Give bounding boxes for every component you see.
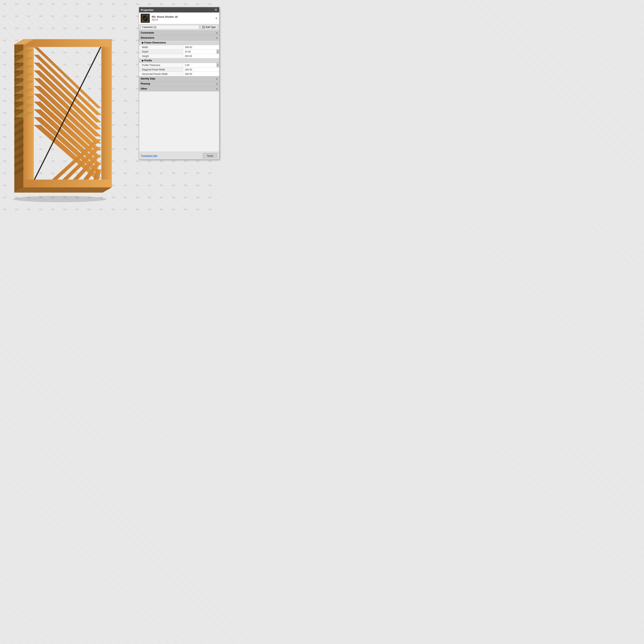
svg-point-0 [13,196,107,202]
horizontal-panels-width-label: Horizontal Panels Width [139,72,183,76]
properties-help-link[interactable]: Properties help [141,154,157,157]
svg-marker-7 [23,180,112,187]
profile-header[interactable]: ▶ Profile [139,58,219,63]
svg-marker-12 [34,47,38,48]
profile-thickness-row: Profile Thickness 2.50 ▲▼ [139,63,219,67]
depth-scroll[interactable]: ▲▼ [216,50,219,54]
svg-rect-61 [202,26,205,28]
properties-panel: Properties ✕ RD_Room Divider 18 Wood ▼ C… [139,7,219,160]
profile-thickness-scroll[interactable]: ▲▼ [216,63,219,67]
object-material: Wood [152,18,178,21]
depth-row: Depth 10.00 ▲▼ [139,50,219,54]
object-name: RD_Room Divider 18 [152,15,178,18]
identity-data-label: Identity Data [141,77,155,80]
empty-space [139,91,219,152]
height-value[interactable]: 260.00 [183,54,219,58]
depth-value[interactable]: 10.00 ▲▼ [183,50,219,54]
diagonal-panel-width-value[interactable]: 180.00 [183,67,219,72]
other-label: Other [141,87,147,90]
object-dropdown-arrow[interactable]: ▼ [215,17,218,20]
object-info-row: RD_Room Divider 18 Wood ▼ [139,12,219,24]
category-row: Casework (1) Edit Type [139,24,219,30]
object-details: RD_Room Divider 18 Wood [152,15,178,21]
room-divider-3d [0,0,125,221]
phasing-section-header[interactable]: Phasing « [139,81,219,86]
frame-dimensions-header[interactable]: ▶ Frame Dimensions [139,40,219,45]
svg-rect-57 [142,15,143,22]
svg-rect-62 [203,26,203,27]
viewport [0,0,125,221]
horizontal-panels-width-row: Horizontal Panels Width 180.00 [139,72,219,76]
dimensions-collapse-icon: » [216,36,218,39]
identity-data-section-header[interactable]: Identity Data « [139,76,219,81]
width-value[interactable]: 190.00 [183,45,219,49]
properties-content[interactable]: Constraints « Dimensions » ▶ Frame Dimen… [139,30,219,152]
constraints-section-header[interactable]: Constraints « [139,30,219,35]
constraints-collapse-icon: « [216,31,218,34]
other-section-header[interactable]: Other « [139,86,219,91]
panel-header: Properties ✕ [139,7,219,12]
constraints-label: Constraints [141,31,154,34]
panel-title: Properties [141,8,154,11]
dimensions-section-header[interactable]: Dimensions » [139,35,219,40]
svg-rect-65 [204,27,204,28]
identity-data-collapse-icon: « [216,77,218,80]
phasing-label: Phasing [141,82,150,85]
horizontal-panels-width-value[interactable]: 180.00 [183,72,219,76]
object-thumbnail [141,14,150,23]
dimensions-label: Dimensions [141,36,154,39]
height-row: Height 260.00 [139,54,219,58]
depth-label: Depth [139,50,183,54]
svg-marker-6 [23,39,112,47]
apply-button[interactable]: Apply [203,153,217,158]
height-label: Height [139,54,183,58]
svg-rect-59 [142,15,148,15]
profile-label: ▶ Profile [142,59,152,62]
svg-rect-58 [148,15,148,22]
svg-marker-9 [101,39,112,44]
width-row: Width 190.00 [139,45,219,50]
edit-type-label: Edit Type [206,26,216,29]
other-collapse-icon: « [216,87,218,90]
panel-footer: Properties help Apply [139,152,219,159]
profile-thickness-label: Profile Thickness [139,63,183,67]
svg-marker-2 [14,187,112,193]
width-label: Width [139,45,183,49]
svg-rect-60 [142,21,148,22]
category-select[interactable]: Casework (1) [141,25,199,29]
diagonal-panel-width-label: Diagonal Panel Width [139,67,183,72]
frame-dimensions-label: ▶ Frame Dimensions [142,41,166,44]
edit-type-icon [202,26,205,29]
svg-rect-63 [204,26,204,27]
close-button[interactable]: ✕ [214,8,218,11]
svg-rect-64 [203,27,203,28]
profile-thickness-value[interactable]: 2.50 ▲▼ [183,63,219,67]
diagonal-panel-width-row: Diagonal Panel Width 180.00 [139,67,219,72]
phasing-collapse-icon: « [216,82,218,85]
svg-marker-5 [101,39,112,187]
edit-type-button[interactable]: Edit Type [200,25,218,29]
